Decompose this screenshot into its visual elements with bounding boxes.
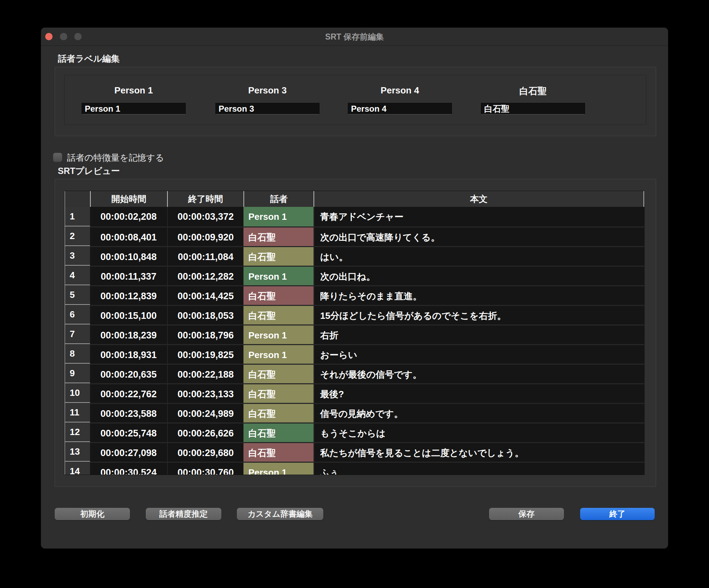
speaker-3-label: Person 4 — [348, 85, 452, 96]
start-time-cell[interactable]: 00:00:10,848 — [90, 246, 167, 266]
table-header: 開始時間 終了時間 話者 本文 — [64, 191, 644, 207]
end-time-cell[interactable]: 00:00:19,825 — [167, 344, 243, 364]
speaker-cell[interactable]: 白石聖 — [243, 383, 314, 403]
initialize-button[interactable]: 初期化 — [55, 508, 130, 520]
end-time-cell[interactable]: 00:00:18,796 — [167, 324, 243, 344]
row-index-cell: 4 — [64, 266, 90, 285]
start-time-cell[interactable]: 00:00:18,931 — [90, 344, 167, 364]
speaker-cell[interactable]: 白石聖 — [243, 226, 314, 246]
text-cell[interactable]: それが最後の信号です。 — [314, 364, 644, 383]
end-time-cell[interactable]: 00:00:26,626 — [167, 422, 243, 442]
speaker-cell[interactable]: Person 1 — [243, 324, 314, 344]
end-time-cell[interactable]: 00:00:30,760 — [167, 462, 243, 475]
row-index-cell: 6 — [64, 305, 90, 324]
row-index-cell: 3 — [64, 246, 90, 266]
end-time-cell[interactable]: 00:00:29,680 — [167, 442, 243, 462]
speaker-2-input[interactable] — [215, 103, 319, 114]
srt-preview-section-title: SRTプレビュー — [58, 165, 120, 177]
text-cell[interactable]: もうそこからは — [314, 422, 644, 442]
text-cell[interactable]: おーらい — [314, 344, 644, 364]
header-start-time: 開始時間 — [90, 191, 167, 207]
table-row: 600:00:15,10000:00:18,053白石聖15分ほどしたら信号があ… — [64, 305, 644, 324]
table-row: 500:00:12,83900:00:14,425白石聖降りたらそのまま直進。 — [64, 285, 644, 305]
speaker-cell[interactable]: 白石聖 — [243, 305, 314, 324]
row-index-cell: 1 — [64, 207, 90, 226]
speaker-cell[interactable]: 白石聖 — [243, 403, 314, 422]
speaker-cell[interactable]: Person 1 — [243, 462, 314, 475]
start-time-cell[interactable]: 00:00:11,337 — [90, 266, 167, 285]
speaker-2-label: Person 3 — [215, 85, 319, 96]
speaker-cell[interactable]: 白石聖 — [243, 246, 314, 266]
remember-features-label: 話者の特徴量を記憶する — [67, 153, 164, 162]
row-index-cell: 7 — [64, 324, 90, 344]
speaker-cell[interactable]: Person 1 — [243, 344, 314, 364]
srt-table: 開始時間 終了時間 話者 本文 100:00:02,20800:00:03,37… — [64, 191, 645, 475]
row-index-cell: 8 — [64, 344, 90, 364]
table-row: 1000:00:22,76200:00:23,133白石聖最後? — [64, 383, 644, 403]
end-time-cell[interactable]: 00:00:18,053 — [167, 305, 243, 324]
end-time-cell[interactable]: 00:00:11,084 — [167, 246, 243, 266]
table-row: 100:00:02,20800:00:03,372Person 1青春アドベンチ… — [64, 207, 644, 226]
text-cell[interactable]: 信号の見納めです。 — [314, 403, 644, 422]
text-cell[interactable]: 次の出口で高速降りてくる。 — [314, 226, 644, 246]
start-time-cell[interactable]: 00:00:27,098 — [90, 442, 167, 462]
custom-dictionary-edit-button[interactable]: カスタム辞書編集 — [237, 508, 323, 520]
text-cell[interactable]: 15分ほどしたら信号があるのでそこを右折。 — [314, 305, 644, 324]
start-time-cell[interactable]: 00:00:22,762 — [90, 383, 167, 403]
start-time-cell[interactable]: 00:00:20,635 — [90, 364, 167, 383]
speaker-cell[interactable]: Person 1 — [243, 207, 314, 226]
start-time-cell[interactable]: 00:00:23,588 — [90, 403, 167, 422]
save-button[interactable]: 保存 — [489, 508, 564, 520]
title-bar: SRT 保存前編集 — [41, 28, 668, 46]
text-cell[interactable]: 右折 — [314, 324, 644, 344]
speaker-fields-box: Person 1 Person 3 Person 4 白石聖 — [64, 75, 646, 125]
speaker-field-3: Person 4 — [348, 75, 452, 125]
speaker-4-label: 白石聖 — [481, 85, 585, 97]
remember-features-checkbox[interactable] — [53, 153, 62, 162]
speaker-1-label: Person 1 — [82, 85, 186, 96]
text-cell[interactable]: はい。 — [314, 246, 644, 266]
text-cell[interactable]: 次の出口ね。 — [314, 266, 644, 285]
end-time-cell[interactable]: 00:00:03,372 — [167, 207, 243, 226]
start-time-cell[interactable]: 00:00:02,208 — [90, 207, 167, 226]
window-title: SRT 保存前編集 — [41, 28, 668, 46]
speaker-cell[interactable]: 白石聖 — [243, 285, 314, 305]
speaker-cell[interactable]: Person 1 — [243, 266, 314, 285]
srt-table-body: 100:00:02,20800:00:03,372Person 1青春アドベンチ… — [64, 207, 644, 475]
start-time-cell[interactable]: 00:00:18,239 — [90, 324, 167, 344]
speaker-3-input[interactable] — [348, 103, 452, 114]
srt-preview-groupbox: 開始時間 終了時間 話者 本文 100:00:02,20800:00:03,37… — [55, 179, 656, 487]
text-cell[interactable]: ふぅ — [314, 462, 644, 475]
quit-button[interactable]: 終了 — [580, 508, 655, 520]
end-time-cell[interactable]: 00:00:22,188 — [167, 364, 243, 383]
start-time-cell[interactable]: 00:00:15,100 — [90, 305, 167, 324]
end-time-cell[interactable]: 00:00:14,425 — [167, 285, 243, 305]
speaker-4-input[interactable] — [481, 103, 585, 114]
table-row: 300:00:10,84800:00:11,084白石聖はい。 — [64, 246, 644, 266]
end-time-cell[interactable]: 00:00:24,989 — [167, 403, 243, 422]
speaker-field-4: 白石聖 — [481, 75, 585, 125]
end-time-cell[interactable]: 00:00:09,920 — [167, 226, 243, 246]
start-time-cell[interactable]: 00:00:25,748 — [90, 422, 167, 442]
table-row: 800:00:18,93100:00:19,825Person 1おーらい — [64, 344, 644, 364]
text-cell[interactable]: 最後? — [314, 383, 644, 403]
start-time-cell[interactable]: 00:00:12,839 — [90, 285, 167, 305]
speaker-cell[interactable]: 白石聖 — [243, 422, 314, 442]
header-speaker: 話者 — [243, 191, 314, 207]
text-cell[interactable]: 私たちが信号を見ることは二度とないでしょう。 — [314, 442, 644, 462]
end-time-cell[interactable]: 00:00:12,282 — [167, 266, 243, 285]
text-cell[interactable]: 降りたらそのまま直進。 — [314, 285, 644, 305]
end-time-cell[interactable]: 00:00:23,133 — [167, 383, 243, 403]
table-row: 1300:00:27,09800:00:29,680白石聖私たちが信号を見ること… — [64, 442, 644, 462]
speaker-cell[interactable]: 白石聖 — [243, 442, 314, 462]
start-time-cell[interactable]: 00:00:08,401 — [90, 226, 167, 246]
table-row: 900:00:20,63500:00:22,188白石聖それが最後の信号です。 — [64, 364, 644, 383]
speaker-label-section-title: 話者ラベル編集 — [58, 53, 120, 64]
table-row: 1200:00:25,74800:00:26,626白石聖もうそこからは — [64, 422, 644, 442]
speaker-accuracy-estimate-button[interactable]: 話者精度推定 — [146, 508, 221, 520]
text-cell[interactable]: 青春アドベンチャー — [314, 207, 644, 226]
start-time-cell[interactable]: 00:00:30,524 — [90, 462, 167, 475]
speaker-cell[interactable]: 白石聖 — [243, 364, 314, 383]
speaker-1-input[interactable] — [82, 103, 186, 114]
row-index-cell: 14 — [64, 462, 90, 475]
